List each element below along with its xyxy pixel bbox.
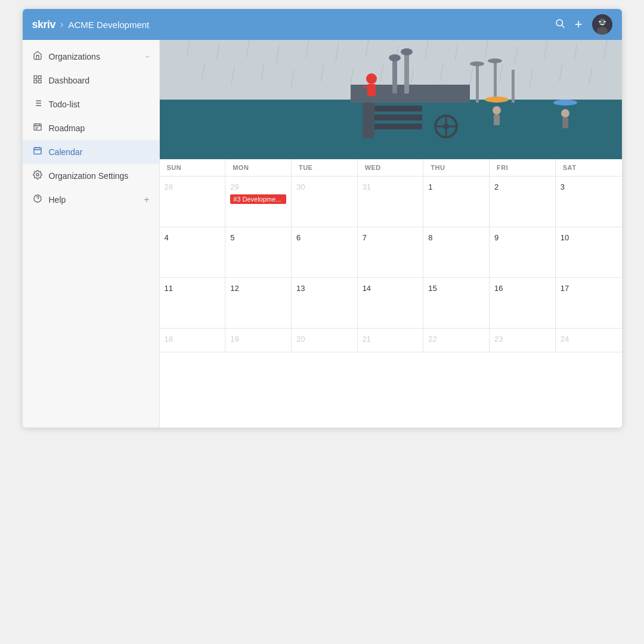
- svg-rect-73: [404, 52, 409, 94]
- sidebar-item-roadmap[interactable]: Roadmap: [23, 116, 159, 140]
- table-row[interactable]: 30: [292, 177, 358, 227]
- sidebar-item-todo[interactable]: Todo-list: [23, 92, 159, 116]
- svg-rect-9: [34, 76, 37, 79]
- sidebar-item-help[interactable]: Help +: [23, 188, 159, 212]
- add-button[interactable]: +: [575, 17, 583, 32]
- sidebar-label-dashboard: Dashboard: [49, 76, 150, 85]
- table-row[interactable]: 19: [225, 329, 292, 352]
- svg-point-0: [556, 20, 563, 26]
- table-row[interactable]: 4: [160, 227, 226, 278]
- svg-rect-86: [494, 114, 500, 125]
- table-row[interactable]: 5: [225, 227, 292, 278]
- calendar-days-header: SUN MON TUE WED THU FRI SAT: [160, 159, 622, 177]
- svg-point-87: [553, 100, 577, 106]
- svg-rect-65: [374, 106, 422, 112]
- svg-point-75: [401, 48, 413, 55]
- svg-rect-78: [512, 70, 515, 103]
- svg-rect-25: [34, 148, 41, 154]
- sidebar-label-todo: Todo-list: [49, 100, 150, 109]
- table-row[interactable]: 24: [556, 329, 622, 352]
- dashboard-icon: [32, 75, 43, 86]
- calendar-grid: 28 29 #3 Developme... 30 31: [160, 177, 622, 352]
- svg-rect-82: [367, 84, 376, 96]
- svg-rect-72: [392, 58, 397, 94]
- app-logo: skriv: [32, 18, 56, 31]
- day-header-mon: MON: [225, 159, 292, 176]
- avatar[interactable]: [592, 14, 612, 35]
- svg-line-1: [562, 25, 564, 27]
- sidebar-item-org-settings[interactable]: Organization Settings: [23, 164, 159, 188]
- table-row[interactable]: 10: [556, 227, 622, 278]
- svg-rect-76: [476, 64, 479, 103]
- table-row[interactable]: 16: [490, 278, 556, 329]
- help-icon: [32, 194, 43, 206]
- sidebar-item-calendar[interactable]: Calendar: [23, 140, 159, 164]
- table-row[interactable]: 7: [358, 227, 424, 278]
- breadcrumb-title: ACME Development: [68, 20, 149, 30]
- table-row[interactable]: 21: [358, 329, 424, 352]
- table-row[interactable]: 18: [160, 329, 226, 352]
- search-icon[interactable]: [555, 18, 565, 32]
- breadcrumb-separator: ›: [60, 19, 63, 30]
- calendar-event[interactable]: #3 Developme...: [230, 194, 286, 204]
- svg-rect-10: [38, 76, 41, 79]
- svg-rect-77: [494, 61, 497, 103]
- table-row[interactable]: 31: [358, 177, 424, 227]
- roadmap-icon: [32, 122, 43, 134]
- table-row[interactable]: 14: [358, 278, 424, 329]
- svg-rect-19: [34, 124, 41, 131]
- table-row[interactable]: 2: [490, 177, 556, 227]
- day-header-thu: THU: [423, 159, 490, 176]
- svg-rect-12: [38, 80, 41, 83]
- svg-rect-64: [363, 103, 374, 138]
- svg-point-85: [493, 106, 501, 114]
- svg-point-88: [561, 109, 569, 117]
- table-row[interactable]: 22: [423, 329, 490, 352]
- table-row[interactable]: 15: [423, 278, 490, 329]
- svg-rect-89: [562, 117, 568, 128]
- day-header-tue: TUE: [292, 159, 358, 176]
- svg-point-79: [470, 61, 484, 66]
- sidebar-label-org-settings: Organization Settings: [49, 171, 150, 181]
- sidebar-label-roadmap: Roadmap: [49, 123, 150, 133]
- day-header-sun: SUN: [160, 159, 226, 176]
- svg-rect-67: [374, 123, 422, 129]
- calendar-container: SUN MON TUE WED THU FRI SAT 28: [160, 159, 622, 352]
- svg-point-81: [366, 73, 377, 84]
- sidebar-label-organizations: Organizations: [49, 52, 140, 61]
- table-row[interactable]: 11: [160, 278, 226, 329]
- day-header-fri: FRI: [490, 159, 556, 176]
- svg-rect-66: [374, 114, 422, 120]
- table-row[interactable]: 13: [292, 278, 358, 329]
- list-icon: [32, 98, 43, 110]
- table-row[interactable]: 17: [556, 278, 622, 329]
- table-row[interactable]: 8: [423, 227, 490, 278]
- table-row[interactable]: 29 #3 Developme...: [225, 177, 292, 227]
- calendar-banner: [160, 40, 622, 159]
- svg-point-84: [485, 97, 509, 103]
- main-content: SUN MON TUE WED THU FRI SAT 28: [160, 40, 622, 428]
- table-row[interactable]: 9: [490, 227, 556, 278]
- table-row[interactable]: 12: [225, 278, 292, 329]
- svg-point-80: [488, 58, 502, 63]
- app-header: skriv › ACME Development +: [23, 9, 622, 40]
- plus-icon[interactable]: +: [144, 194, 149, 205]
- sidebar-item-dashboard[interactable]: Dashboard: [23, 69, 159, 92]
- day-header-sat: SAT: [556, 159, 622, 176]
- day-header-wed: WED: [358, 159, 424, 176]
- table-row[interactable]: 6: [292, 227, 358, 278]
- svg-point-74: [389, 54, 401, 61]
- sidebar-label-help: Help: [49, 195, 138, 205]
- sidebar-label-calendar: Calendar: [49, 147, 150, 157]
- settings-icon: [32, 170, 43, 182]
- table-row[interactable]: 23: [490, 329, 556, 352]
- table-row[interactable]: 1: [423, 177, 490, 227]
- svg-point-29: [36, 174, 39, 176]
- table-row[interactable]: 28: [160, 177, 226, 227]
- calendar-icon: [32, 146, 43, 158]
- home-icon: [32, 51, 43, 63]
- table-row[interactable]: 3: [556, 177, 622, 227]
- table-row[interactable]: 20: [292, 329, 358, 352]
- sidebar-item-organizations[interactable]: Organizations −: [23, 45, 159, 69]
- svg-rect-11: [34, 80, 37, 83]
